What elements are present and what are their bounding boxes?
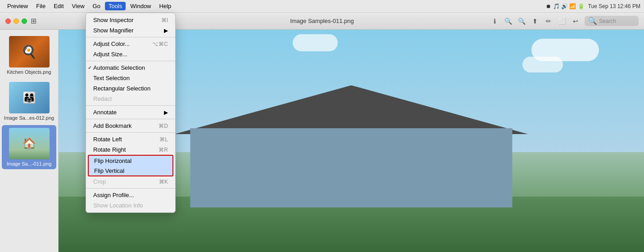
show-magnifier-label: Show Magnifier bbox=[93, 27, 134, 34]
thumbnail-house: 🏠 bbox=[9, 128, 50, 159]
search-box[interactable]: 🔍 bbox=[585, 16, 639, 26]
flip-group: Flip Horizontal Flip Vertical bbox=[88, 155, 173, 176]
menubar-left: Preview File Edit View Go Tools Window H… bbox=[4, 2, 175, 10]
menu-item-rotate-right[interactable]: Rotate Right ⌘R bbox=[86, 144, 175, 155]
menu-item-add-bookmark[interactable]: Add Bookmark ⌘D bbox=[86, 121, 175, 131]
separator-6 bbox=[86, 188, 175, 189]
menu-item-show-location: Show Location Info bbox=[86, 200, 175, 211]
rotate-left-shortcut: ⌘L bbox=[159, 136, 168, 143]
menu-window[interactable]: Window bbox=[127, 2, 154, 10]
menu-edit[interactable]: Edit bbox=[50, 2, 67, 10]
menu-tools[interactable]: Tools bbox=[105, 2, 126, 10]
menubar-right: ⏺ 🎵 🔊 📶 🔋 Tue Sep 13 12:46 PM bbox=[546, 3, 640, 9]
minimize-button[interactable] bbox=[14, 18, 19, 24]
rotate-left-label: Rotate Left bbox=[93, 136, 122, 143]
info-icon[interactable]: ℹ bbox=[490, 17, 499, 26]
sidebar-item-family[interactable]: 👨‍👩‍👧 Image Sa...es-012.png bbox=[2, 79, 56, 123]
crop-icon[interactable]: ⬜ bbox=[558, 17, 567, 26]
sidebar-item-house[interactable]: 🏠 Image Sa...-011.png bbox=[2, 125, 56, 169]
flip-vertical-label: Flip Vertical bbox=[94, 167, 124, 174]
zoom-out-icon[interactable]: 🔍 bbox=[503, 17, 512, 26]
flip-horizontal-label: Flip Horizontal bbox=[94, 158, 132, 164]
menu-view[interactable]: View bbox=[68, 2, 88, 10]
separator-5 bbox=[86, 132, 175, 133]
search-input[interactable] bbox=[599, 18, 635, 24]
sidebar-item-kitchen[interactable]: 🍳 Kitchen Objects.png bbox=[2, 33, 56, 77]
menu-item-redact: Redact bbox=[86, 94, 175, 104]
rotate-icon[interactable]: ↩ bbox=[571, 17, 580, 26]
search-icon: 🔍 bbox=[588, 17, 597, 25]
crop-label: Crop bbox=[93, 178, 106, 185]
menu-file[interactable]: File bbox=[32, 2, 49, 10]
rotate-right-shortcut: ⌘R bbox=[159, 147, 168, 153]
automatic-selection-label: Automatic Selection bbox=[93, 64, 145, 71]
menu-item-text-selection[interactable]: Text Selection bbox=[86, 73, 175, 83]
close-button[interactable] bbox=[5, 18, 11, 24]
house-roof bbox=[174, 86, 529, 135]
adjust-color-shortcut: ⌥⌘C bbox=[152, 41, 168, 47]
automatic-selection-check: ✓ bbox=[88, 65, 92, 71]
menu-item-flip-vertical[interactable]: Flip Vertical bbox=[89, 166, 172, 176]
thumbnail-family: 👨‍👩‍👧 bbox=[9, 82, 50, 113]
show-inspector-shortcut: ⌘I bbox=[161, 17, 168, 23]
menubar: Preview File Edit View Go Tools Window H… bbox=[0, 0, 644, 13]
pencil-icon[interactable]: ✏ bbox=[544, 17, 553, 26]
text-selection-label: Text Selection bbox=[93, 75, 130, 81]
sidebar-toggle-icon[interactable]: ⊞ bbox=[31, 17, 36, 25]
menu-item-crop: Crop ⌘K bbox=[86, 176, 175, 187]
separator-4 bbox=[86, 119, 175, 119]
assign-profile-label: Assign Profile... bbox=[93, 192, 134, 198]
tools-dropdown-menu: Show Inspector ⌘I Show Magnifier ▶ Adjus… bbox=[86, 13, 176, 213]
separator-1 bbox=[86, 37, 175, 37]
sidebar-label-family: Image Sa...es-012.png bbox=[4, 115, 54, 121]
menu-item-rotate-left[interactable]: Rotate Left ⌘L bbox=[86, 134, 175, 144]
show-magnifier-arrow: ▶ bbox=[164, 27, 168, 34]
menu-item-show-inspector[interactable]: Show Inspector ⌘I bbox=[86, 15, 175, 25]
add-bookmark-shortcut: ⌘D bbox=[159, 123, 168, 129]
crop-shortcut: ⌘K bbox=[159, 179, 168, 185]
zoom-in-icon[interactable]: 🔍 bbox=[517, 17, 526, 26]
menubar-icons: ⏺ 🎵 🔊 📶 🔋 bbox=[546, 3, 584, 9]
adjust-color-label: Adjust Color... bbox=[93, 40, 130, 47]
menu-go[interactable]: Go bbox=[89, 2, 104, 10]
share-icon[interactable]: ⬆ bbox=[531, 17, 540, 26]
show-inspector-label: Show Inspector bbox=[93, 17, 134, 23]
separator-3 bbox=[86, 105, 175, 106]
sidebar-label-kitchen: Kitchen Objects.png bbox=[7, 69, 51, 75]
house-wall bbox=[190, 128, 512, 208]
menu-item-adjust-color[interactable]: Adjust Color... ⌥⌘C bbox=[86, 39, 175, 49]
rotate-right-label: Rotate Right bbox=[93, 146, 126, 153]
separator-2 bbox=[86, 61, 175, 61]
maximize-button[interactable] bbox=[22, 18, 27, 24]
menu-item-annotate[interactable]: Annotate ▶ bbox=[86, 107, 175, 117]
menu-help[interactable]: Help bbox=[156, 2, 175, 10]
add-bookmark-label: Add Bookmark bbox=[93, 122, 132, 129]
rectangular-selection-label: Rectangular Selection bbox=[93, 85, 150, 92]
traffic-lights bbox=[5, 18, 27, 24]
document-title: Image Samples-011.png bbox=[290, 18, 354, 24]
menu-item-flip-horizontal[interactable]: Flip Horizontal bbox=[89, 156, 172, 166]
menu-item-show-magnifier[interactable]: Show Magnifier ▶ bbox=[86, 25, 175, 36]
redact-label: Redact bbox=[93, 95, 112, 102]
adjust-size-label: Adjust Size... bbox=[93, 51, 127, 58]
sidebar: 🍳 Kitchen Objects.png 👨‍👩‍👧 Image Sa...e… bbox=[0, 30, 59, 252]
annotate-label: Annotate bbox=[93, 109, 117, 116]
titlebar-right: ℹ 🔍 🔍 ⬆ ✏ ⬜ ↩ 🔍 bbox=[490, 16, 639, 26]
annotate-arrow: ▶ bbox=[164, 109, 168, 116]
show-location-label: Show Location Info bbox=[93, 202, 143, 209]
thumbnail-kitchen: 🍳 bbox=[9, 36, 50, 68]
menubar-time: Tue Sep 13 12:46 PM bbox=[588, 3, 640, 9]
menu-item-rectangular-selection[interactable]: Rectangular Selection bbox=[86, 83, 175, 94]
menu-item-assign-profile[interactable]: Assign Profile... bbox=[86, 190, 175, 200]
house-body bbox=[190, 86, 512, 208]
menu-preview[interactable]: Preview bbox=[4, 2, 32, 10]
menu-item-automatic-selection[interactable]: ✓ Automatic Selection bbox=[86, 63, 175, 73]
menu-item-adjust-size[interactable]: Adjust Size... bbox=[86, 49, 175, 59]
sidebar-label-house: Image Sa...-011.png bbox=[7, 161, 52, 166]
